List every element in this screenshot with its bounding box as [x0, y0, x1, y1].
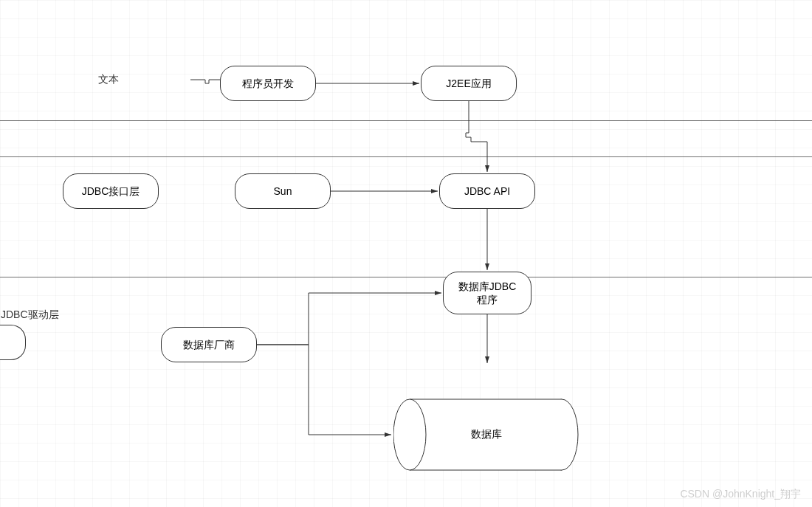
- node-db-jdbc-program[interactable]: 数据库JDBC 程序: [443, 272, 531, 314]
- node-label: Sun: [274, 184, 292, 198]
- node-label: J2EE应用: [446, 77, 491, 90]
- jdbc-driver-layer-label: JDBC驱动层: [1, 308, 59, 322]
- node-db-vendor[interactable]: 数据库厂商: [161, 327, 257, 362]
- divider-1: [0, 120, 812, 121]
- divider-3: [0, 277, 812, 277]
- watermark: CSDN @JohnKnight_翔宇: [680, 488, 801, 501]
- node-j2ee-app[interactable]: J2EE应用: [421, 66, 517, 101]
- node-database[interactable]: 数据库: [393, 399, 579, 471]
- node-label: 程序员开发: [242, 77, 294, 90]
- text-label: 文本: [98, 73, 119, 86]
- node-jdbc-driver-layer[interactable]: [0, 325, 26, 360]
- divider-2: [0, 156, 812, 157]
- cylinder-label: 数据库: [393, 399, 579, 471]
- node-label: 数据库JDBC 程序: [458, 280, 517, 306]
- node-label: JDBC接口层: [82, 184, 140, 198]
- node-label: 数据库厂商: [183, 338, 235, 351]
- node-sun[interactable]: Sun: [235, 173, 331, 209]
- node-jdbc-interface-layer[interactable]: JDBC接口层: [63, 173, 159, 209]
- node-programmer-dev[interactable]: 程序员开发: [220, 66, 316, 101]
- node-jdbc-api[interactable]: JDBC API: [439, 173, 535, 209]
- node-label: JDBC API: [464, 184, 510, 198]
